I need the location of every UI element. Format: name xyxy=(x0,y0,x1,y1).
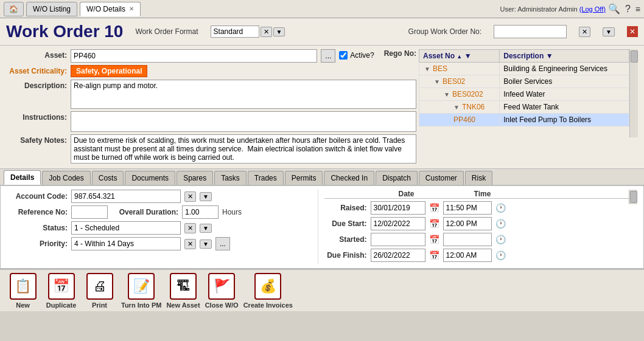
tab-documents[interactable]: Documents xyxy=(125,171,175,185)
tab-wo-listing[interactable]: W/O Listing xyxy=(26,2,77,16)
user-label: User: Administrator Admin (Log Off) xyxy=(500,5,605,13)
expand-arrow-icon[interactable]: ▼ xyxy=(444,91,450,98)
priority-dropdown-btn[interactable]: ▼ xyxy=(200,239,212,249)
due-start-clock-icon[interactable]: 🕐 xyxy=(495,219,506,229)
asset-table-inner[interactable]: Asset No ▲ ▼ Description ▼ xyxy=(419,49,629,137)
raised-time-clock-icon[interactable]: 🕐 xyxy=(495,203,506,213)
details-scrollbar[interactable] xyxy=(629,190,637,204)
tab-customer[interactable]: Customer xyxy=(419,171,464,185)
tab-dispatch[interactable]: Dispatch xyxy=(376,171,418,185)
tab-details[interactable]: Details xyxy=(4,170,41,185)
asset-no-cell: ▼BES02 xyxy=(419,75,500,88)
instructions-label: Instructions: xyxy=(6,111,67,122)
expand-arrow-icon[interactable]: ▼ xyxy=(424,66,430,72)
asset-picker-button[interactable]: ... xyxy=(321,49,335,63)
toolbar-btn-icon-2: 🖨 xyxy=(86,273,113,300)
asset-input[interactable] xyxy=(71,49,317,63)
raised-date-input[interactable] xyxy=(371,201,425,215)
asset-table-scrollbar[interactable] xyxy=(629,49,638,137)
started-clock-icon[interactable]: 🕐 xyxy=(495,235,506,244)
due-finish-clock-icon[interactable]: 🕐 xyxy=(495,250,506,260)
due-finish-date-input[interactable] xyxy=(371,249,425,262)
toolbar-btn-label-2: Print xyxy=(92,301,107,309)
toolbar-btn-duplicate[interactable]: 📅Duplicate xyxy=(44,273,78,309)
tab-wo-details[interactable]: W/O Details ✕ xyxy=(80,2,141,16)
home-button[interactable]: 🏠 xyxy=(4,2,24,16)
account-code-clear-btn[interactable]: ✕ xyxy=(184,191,196,202)
raised-time-input[interactable] xyxy=(443,201,492,215)
tab-permits[interactable]: Permits xyxy=(285,171,323,185)
format-dropdown-button[interactable]: ▼ xyxy=(273,27,285,36)
col-asset-no[interactable]: Asset No ▲ ▼ xyxy=(419,50,500,63)
raised-date-calendar-icon[interactable]: 📅 xyxy=(429,203,439,213)
tab-wo-listing-label: W/O Listing xyxy=(33,5,71,13)
instructions-textarea[interactable] xyxy=(71,111,416,132)
window-close-button[interactable]: ✕ xyxy=(627,26,638,37)
account-code-dropdown-btn[interactable]: ▼ xyxy=(200,192,212,201)
search-icon-button[interactable]: 🔍 xyxy=(608,3,620,15)
description-textarea[interactable]: Re-align pump and motor. xyxy=(71,80,416,109)
toolbar-btn-new[interactable]: 📋New xyxy=(6,273,40,309)
tabs-container: DetailsJob CodesCostsDocumentsSparesTask… xyxy=(4,170,492,185)
home-icon: 🏠 xyxy=(9,5,18,13)
tab-costs[interactable]: Costs xyxy=(92,171,124,185)
priority-label: Priority: xyxy=(7,239,68,248)
started-date-input[interactable] xyxy=(371,233,425,246)
asset-table-row[interactable]: ▼BES0202Infeed Water xyxy=(419,88,629,101)
safety-notes-textarea[interactable]: Due to extreme risk of scalding, this wo… xyxy=(71,134,416,164)
toolbar-btn-close-w/o[interactable]: 🚩Close W/O xyxy=(205,273,239,309)
toolbar-btn-turn-into-pm[interactable]: 📝Turn Into PM xyxy=(121,273,161,309)
work-order-title: Work Order 10 xyxy=(6,22,123,41)
asset-table-row[interactable]: ▼BESBuilding & Engineering Services xyxy=(419,63,629,75)
help-icon-button[interactable]: ? xyxy=(625,4,631,15)
due-finish-time-input[interactable] xyxy=(443,249,492,262)
started-calendar-icon[interactable]: 📅 xyxy=(429,235,439,244)
account-code-input[interactable] xyxy=(71,190,181,203)
reference-no-input[interactable] xyxy=(71,205,108,219)
col-description[interactable]: Description ▼ xyxy=(500,50,629,63)
dt-headers: Date Time xyxy=(324,190,629,199)
status-clear-btn[interactable]: ✕ xyxy=(184,223,196,233)
asset-table-row[interactable]: PP460Inlet Feed Pump To Boilers xyxy=(419,114,629,126)
format-clear-button[interactable]: ✕ xyxy=(261,27,272,37)
group-wo-input[interactable] xyxy=(494,25,567,38)
priority-input[interactable] xyxy=(71,237,181,250)
due-start-time-input[interactable] xyxy=(443,217,492,230)
due-finish-calendar-icon[interactable]: 📅 xyxy=(429,250,439,260)
asset-table-row[interactable]: ▼TNK06Feed Water Tank xyxy=(419,101,629,114)
group-wo-dropdown-button[interactable]: ▼ xyxy=(603,27,615,36)
raised-label: Raised: xyxy=(324,204,367,212)
toolbar-btn-create-invoices[interactable]: 💰Create Invoices xyxy=(243,273,293,309)
status-input[interactable] xyxy=(71,221,181,235)
status-dropdown-btn[interactable]: ▼ xyxy=(200,224,212,233)
tab-job-codes[interactable]: Job Codes xyxy=(42,171,90,185)
priority-clear-btn[interactable]: ✕ xyxy=(184,239,196,249)
tab-trades[interactable]: Trades xyxy=(248,171,284,185)
tab-tasks[interactable]: Tasks xyxy=(214,171,247,185)
active-check-wrap: Active? xyxy=(339,49,374,60)
format-input[interactable] xyxy=(211,26,259,38)
due-start-date-input[interactable] xyxy=(371,217,425,230)
overall-duration-input[interactable] xyxy=(182,205,219,219)
toolbar-btn-label-4: New Asset xyxy=(166,301,200,309)
asset-table-row[interactable]: ▼BES02Boiler Services xyxy=(419,75,629,88)
tab-wo-details-close[interactable]: ✕ xyxy=(129,5,134,12)
started-time-input[interactable] xyxy=(443,233,492,246)
toolbar-btn-new-asset[interactable]: 🏗New Asset xyxy=(166,273,200,309)
group-wo-clear-button[interactable]: ✕ xyxy=(579,27,590,37)
expand-arrow-icon[interactable]: ▼ xyxy=(453,104,460,111)
tab-spares[interactable]: Spares xyxy=(177,171,213,185)
priority-dots-btn[interactable]: ... xyxy=(215,237,230,250)
safety-notes-label: Safety Notes: xyxy=(6,134,67,145)
account-code-label: Account Code: xyxy=(7,192,68,201)
tab-risk[interactable]: Risk xyxy=(465,171,492,185)
settings-icon-button[interactable]: ≡ xyxy=(635,4,640,14)
toolbar-btn-print[interactable]: 🖨Print xyxy=(83,273,116,309)
active-checkbox[interactable] xyxy=(339,51,348,60)
expand-arrow-icon[interactable]: ▼ xyxy=(434,78,440,85)
tab-checked-in[interactable]: Checked In xyxy=(324,171,374,185)
toolbar-btn-icon-0: 📋 xyxy=(10,273,37,300)
log-off-link[interactable]: (Log Off) xyxy=(579,5,606,13)
due-start-row: Due Start: 📅 🕐 xyxy=(324,217,629,230)
due-start-calendar-icon[interactable]: 📅 xyxy=(429,219,439,229)
